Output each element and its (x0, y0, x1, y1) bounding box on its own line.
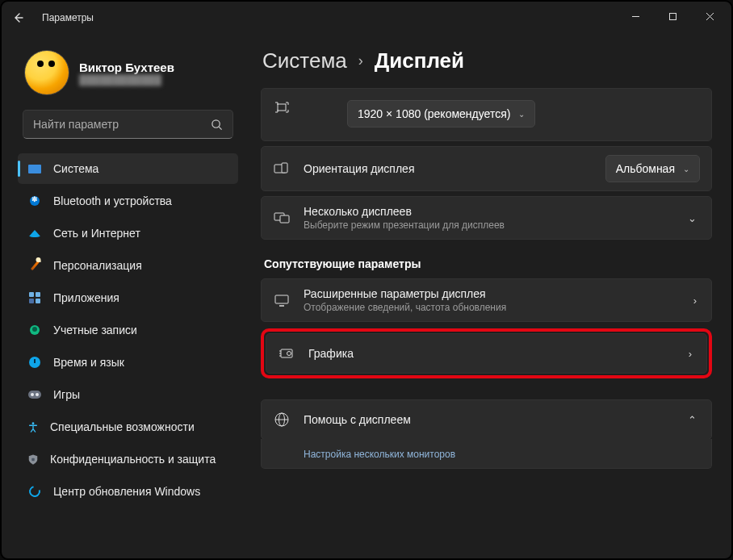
chevron-down-icon: ⌄ (685, 212, 700, 224)
settings-window: Параметры Виктор Бухтеев ████████████ На… (0, 0, 733, 560)
svg-line-5 (219, 127, 221, 129)
graphics-card[interactable]: Графика › (266, 333, 707, 374)
dropdown-value: Альбомная (616, 162, 675, 175)
display-help-card[interactable]: Помощь с дисплеем ⌃ (261, 399, 712, 440)
clock-icon (27, 355, 42, 370)
profile-block[interactable]: Виктор Бухтеев ████████████ (24, 50, 238, 95)
nav-update[interactable]: Центр обновления Windows (18, 476, 238, 507)
nav-label: Учетные записи (53, 324, 137, 336)
svg-rect-13 (275, 295, 288, 303)
orientation-card: Ориентация дисплея Альбомная ⌄ (261, 146, 712, 191)
resolution-card: 1920 × 1080 (рекомендуется) ⌄ (261, 88, 712, 141)
resolution-dropdown[interactable]: 1920 × 1080 (рекомендуется) ⌄ (347, 100, 535, 127)
card-title: Расширенные параметры дисплея (304, 287, 677, 300)
highlight-annotation: Графика › (261, 328, 712, 378)
chevron-right-icon: › (685, 348, 695, 360)
globe-help-icon (273, 412, 291, 428)
nav-personalization[interactable]: Персонализация (18, 250, 238, 281)
maximize-button[interactable] (654, 3, 691, 29)
window-controls (617, 3, 728, 29)
card-title: Помощь с дисплеем (304, 413, 672, 426)
minimize-icon (631, 12, 640, 21)
gpu-icon (278, 347, 295, 360)
monitor-icon (273, 294, 291, 307)
card-subtitle: Выберите режим презентации для дисплеев (304, 219, 672, 231)
breadcrumb: Система › Дисплей (262, 48, 712, 73)
chevron-right-icon: › (690, 295, 700, 307)
back-arrow-icon (11, 11, 24, 24)
nav-label: Центр обновления Windows (53, 485, 200, 498)
nav-label: Время и язык (53, 356, 124, 369)
svg-rect-7 (31, 458, 35, 461)
apps-icon (27, 290, 42, 305)
person-icon (27, 323, 42, 337)
main-content: Система › Дисплей 1920 × 1080 (рекоменду… (248, 34, 731, 558)
help-link[interactable]: Настройка нескольких мониторов (304, 449, 700, 460)
breadcrumb-root[interactable]: Система (262, 48, 347, 73)
wifi-icon (27, 226, 42, 240)
close-button[interactable] (691, 3, 728, 29)
nav-list: Система Bluetooth и устройства Сеть и Ин… (18, 153, 238, 507)
shield-icon (27, 453, 39, 465)
chevron-up-icon: ⌃ (685, 414, 700, 426)
multiple-displays-card[interactable]: Несколько дисплеев Выберите режим презен… (261, 196, 712, 240)
svg-rect-8 (278, 104, 286, 111)
nav-label: Специальные возможности (50, 420, 195, 433)
multiple-displays-icon (273, 211, 291, 224)
nav-privacy[interactable]: Конфиденциальность и защита (18, 444, 238, 474)
card-title: Графика (308, 347, 672, 360)
advanced-display-card[interactable]: Расширенные параметры дисплея Отображени… (261, 278, 712, 322)
window-title: Параметры (42, 12, 94, 23)
chevron-down-icon: ⌄ (683, 165, 689, 173)
nav-gaming[interactable]: Игры (18, 379, 238, 410)
svg-point-4 (212, 119, 220, 127)
gamepad-icon (27, 387, 42, 402)
back-button[interactable] (11, 11, 36, 24)
orientation-dropdown[interactable]: Альбомная ⌄ (605, 155, 700, 182)
dropdown-value: 1920 × 1080 (рекомендуется) (358, 107, 510, 120)
card-subtitle: Отображение сведений, частота обновления (304, 302, 677, 313)
orientation-icon (273, 162, 291, 175)
nav-accessibility[interactable]: Специальные возможности (18, 412, 238, 442)
svg-point-6 (32, 422, 35, 424)
nav-system[interactable]: Система (18, 153, 238, 184)
search-input[interactable]: Найти параметр (23, 110, 233, 139)
nav-label: Bluetooth и устройства (53, 194, 172, 207)
search-placeholder: Найти параметр (33, 118, 211, 131)
chevron-right-icon: › (358, 52, 363, 69)
minimize-button[interactable] (617, 3, 654, 29)
maximize-icon (668, 12, 677, 21)
breadcrumb-leaf: Дисплей (375, 48, 464, 73)
nav-label: Персонализация (53, 259, 142, 272)
nav-label: Сеть и Интернет (53, 227, 140, 240)
close-icon (706, 12, 714, 21)
nav-label: Система (53, 162, 98, 175)
titlebar: Параметры (2, 2, 731, 34)
nav-label: Конфиденциальность и защита (50, 453, 216, 466)
system-icon (27, 161, 42, 176)
nav-time[interactable]: Время и язык (18, 347, 238, 378)
nav-accounts[interactable]: Учетные записи (18, 315, 238, 345)
bluetooth-icon (27, 194, 42, 208)
search-icon (211, 119, 223, 131)
avatar (24, 50, 69, 95)
nav-apps[interactable]: Приложения (18, 282, 238, 313)
related-section-title: Сопутствующие параметры (264, 257, 712, 270)
nav-label: Игры (53, 388, 80, 401)
svg-rect-10 (282, 163, 287, 173)
sidebar: Виктор Бухтеев ████████████ Найти параме… (2, 34, 248, 558)
update-icon (27, 484, 42, 499)
nav-network[interactable]: Сеть и Интернет (18, 218, 238, 249)
help-link-row[interactable]: Настройка нескольких мониторов (261, 439, 712, 469)
svg-rect-12 (280, 215, 289, 223)
nav-label: Приложения (53, 291, 119, 304)
profile-name: Виктор Бухтеев (79, 61, 174, 74)
nav-bluetooth[interactable]: Bluetooth и устройства (18, 186, 238, 216)
chevron-down-icon: ⌄ (518, 110, 525, 119)
brush-icon (27, 258, 42, 273)
svg-rect-1 (669, 13, 676, 19)
card-title: Ориентация дисплея (304, 162, 593, 175)
profile-email: ████████████ (79, 74, 174, 86)
svg-point-16 (287, 352, 291, 356)
card-title: Несколько дисплеев (304, 205, 672, 218)
